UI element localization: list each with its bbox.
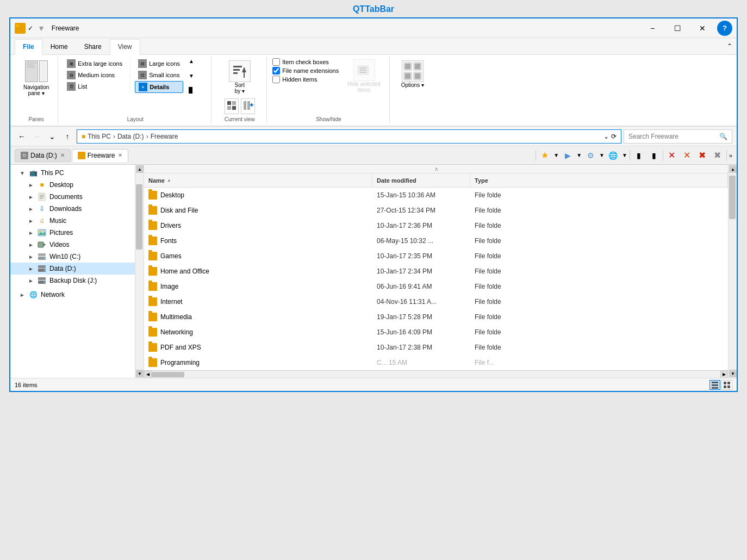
status-view-large-btn[interactable]	[721, 380, 732, 390]
extra-large-icons-btn[interactable]: ⊞ Extra large icons	[64, 58, 126, 69]
search-bar[interactable]: 🔍	[624, 129, 732, 144]
qt-more-button[interactable]: »	[729, 152, 732, 159]
sidebar-item-network[interactable]: ► 🌐 Network	[10, 289, 135, 301]
qt-refresh-dropdown[interactable]: ▼	[576, 152, 582, 158]
file-row-multimedia[interactable]: Multimedia 19-Jan-17 5:28 PM File folde	[144, 309, 728, 325]
column-header-type[interactable]: Type	[470, 173, 728, 187]
sidebar-item-pictures[interactable]: ► Pictures	[10, 227, 135, 239]
scroll-down-arrow[interactable]: ▼	[136, 370, 144, 377]
sidebar-item-this-pc[interactable]: ▼ 📺 This PC	[10, 167, 135, 179]
qt-redo-button[interactable]: ✖	[711, 149, 724, 162]
horizontal-scrollbar[interactable]: ◀ ▶	[144, 370, 728, 378]
file-name-games: Games	[148, 252, 377, 260]
file-row-drivers[interactable]: Drivers 10-Jan-17 2:36 PM File folde	[144, 218, 728, 233]
h-scroll-track[interactable]	[152, 371, 720, 378]
list-btn[interactable]: ☰ List	[64, 81, 126, 92]
search-input[interactable]	[628, 133, 719, 140]
file-row-programming[interactable]: Programming C... 15 AM File f...	[144, 355, 728, 370]
group-by-button[interactable]	[225, 98, 239, 114]
sidebar-item-desktop[interactable]: ► ■ Desktop	[10, 179, 135, 191]
qt-star-dropdown[interactable]: ▼	[553, 152, 559, 158]
h-scroll-thumb[interactable]	[152, 372, 184, 377]
scroll-up-arrow[interactable]: ▲	[136, 165, 144, 173]
refresh-button[interactable]: ⟳	[611, 133, 617, 140]
address-dropdown-button[interactable]: ⌄	[603, 133, 609, 140]
h-scroll-right-arrow[interactable]: ▶	[720, 371, 728, 378]
file-list-vertical-scrollbar[interactable]: ▲ ▼	[728, 165, 737, 378]
qt-tab-data-d[interactable]: D Data (D:) ✕	[15, 149, 71, 162]
file-row-image[interactable]: Image 06-Jun-16 9:41 AM File folde	[144, 279, 728, 294]
sidebar-vertical-scrollbar[interactable]: ▲ ▼	[135, 165, 144, 378]
qt-delete-orange-button[interactable]: ✕	[681, 149, 694, 162]
qt-tab-data-d-close[interactable]: ✕	[60, 152, 65, 158]
sidebar-item-data-d[interactable]: ► Data (D:)	[10, 263, 135, 275]
qt-globe-dropdown[interactable]: ▼	[622, 152, 627, 158]
close-button[interactable]: ✕	[690, 21, 715, 36]
qt-globe-button[interactable]: 🌐	[607, 149, 620, 162]
small-icons-btn[interactable]: ⊡ Small icons	[135, 70, 183, 80]
qt-star-button[interactable]: ★	[538, 149, 551, 162]
qt-gear-dropdown[interactable]: ▼	[599, 152, 605, 158]
sidebar-item-videos[interactable]: ► Videos	[10, 239, 135, 251]
file-scroll-thumb[interactable]	[729, 176, 736, 219]
qt-refresh-button[interactable]: ▶	[561, 149, 574, 162]
recent-button[interactable]: ⌄	[45, 129, 59, 144]
qt-tab-freeware[interactable]: Freeware ✕	[72, 149, 129, 162]
back-button[interactable]: ←	[15, 129, 29, 144]
sidebar-item-downloads[interactable]: ► ⇩ Downloads	[10, 203, 135, 215]
hidden-items-checkbox[interactable]	[272, 76, 280, 83]
help-button[interactable]: ?	[717, 21, 732, 36]
breadcrumb-current[interactable]: Freeware	[151, 133, 178, 140]
layout-scroll-down[interactable]: ▼	[189, 73, 194, 79]
qt-delete-red-button[interactable]: ✕	[665, 149, 678, 162]
item-checkboxes-checkbox[interactable]	[272, 58, 280, 66]
h-scroll-left-arrow[interactable]: ◀	[144, 371, 152, 378]
large-icons-btn[interactable]: ⊟ Large icons	[135, 58, 183, 69]
layout-scroll-expand[interactable]: █	[189, 87, 194, 93]
qt-undo-button[interactable]: ✖	[696, 149, 709, 162]
sidebar-item-backup-j[interactable]: ► Backup Disk (J:)	[10, 275, 135, 287]
scroll-thumb[interactable]	[136, 184, 142, 250]
file-row-desktop[interactable]: Desktop 15-Jan-15 10:36 AM File folde	[144, 188, 728, 203]
column-header-name[interactable]: Name ▲	[144, 173, 372, 187]
tab-share[interactable]: Share	[76, 39, 110, 54]
breadcrumb-bar[interactable]: ■ This PC › Data (D:) › Freeware ⌄ ⟳	[77, 129, 621, 144]
maximize-button[interactable]: ☐	[665, 21, 690, 36]
file-row-networking[interactable]: Networking 15-Jun-16 4:09 PM File folde	[144, 325, 728, 340]
qt-copy-button[interactable]: ▮	[632, 149, 645, 162]
minimize-button[interactable]: −	[640, 21, 665, 36]
svg-rect-14	[251, 103, 252, 107]
breadcrumb-this-pc[interactable]: This PC	[88, 133, 111, 140]
file-row-fonts[interactable]: Fonts 06-May-15 10:32 ... File folde	[144, 233, 728, 248]
status-view-details-btn[interactable]	[709, 380, 720, 390]
file-row-pdf-xps[interactable]: PDF and XPS 10-Jan-17 2:38 PM File folde	[144, 340, 728, 355]
column-header-date[interactable]: Date modified	[372, 173, 470, 187]
tab-view[interactable]: View	[110, 39, 140, 55]
up-button[interactable]: ↑	[60, 129, 74, 144]
file-scroll-up-arrow[interactable]: ▲	[729, 165, 737, 173]
navigation-pane-button[interactable]: Navigationpane ▾	[19, 58, 53, 98]
sidebar-item-documents[interactable]: ► Documents	[10, 191, 135, 203]
medium-icons-btn[interactable]: ⊟ Medium icons	[64, 70, 126, 80]
sidebar-item-music[interactable]: ► ♫ Music	[10, 215, 135, 227]
file-row-internet[interactable]: Internet 04-Nov-16 11:31 A... File folde	[144, 294, 728, 309]
breadcrumb-data-d[interactable]: Data (D:)	[117, 133, 144, 140]
layout-scroll-up[interactable]: ▲	[189, 58, 194, 64]
forward-button[interactable]: →	[30, 129, 44, 144]
details-btn[interactable]: ≡ Details	[135, 81, 183, 93]
add-columns-button[interactable]	[241, 98, 255, 114]
file-name-extensions-checkbox[interactable]	[272, 67, 280, 74]
file-scroll-down-arrow[interactable]: ▼	[729, 370, 737, 377]
qt-gear-button[interactable]: ⚙	[584, 149, 597, 162]
sidebar-item-win10-c[interactable]: ► Win10 (C:)	[10, 251, 135, 263]
hide-selected-button[interactable]: Hide selecteditems	[343, 58, 385, 94]
tab-file[interactable]: File	[15, 39, 42, 55]
file-row-disk-file[interactable]: Disk and File 27-Oct-15 12:34 PM File fo…	[144, 203, 728, 218]
sort-by-button[interactable]: Sortby ▾	[226, 58, 254, 96]
file-row-home-office[interactable]: Home and Office 10-Jan-17 2:34 PM File f…	[144, 264, 728, 279]
qt-paste-button[interactable]: ▮	[648, 149, 661, 162]
file-row-games[interactable]: Games 10-Jan-17 2:35 PM File folde	[144, 248, 728, 264]
qt-tab-freeware-close[interactable]: ✕	[118, 152, 122, 158]
options-button[interactable]: Options ▾	[398, 58, 427, 90]
tab-home[interactable]: Home	[42, 39, 76, 54]
